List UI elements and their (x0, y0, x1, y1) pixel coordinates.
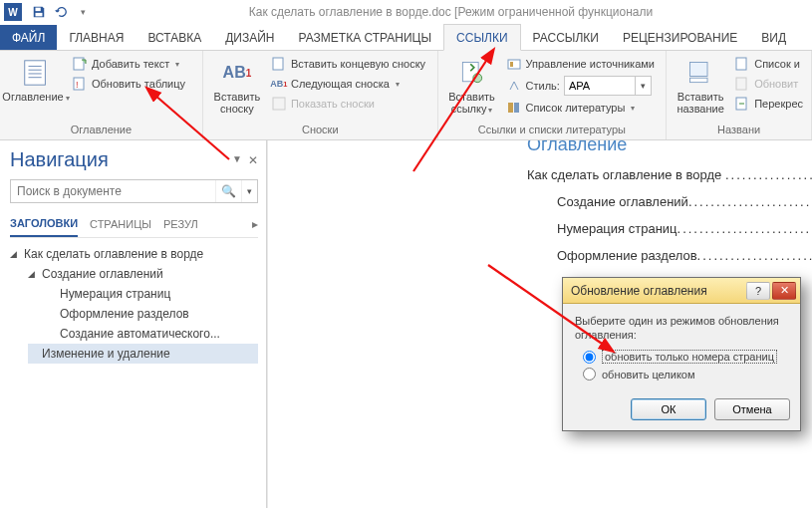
update-tof-label: Обновит (754, 78, 798, 90)
style-label: Стиль: (526, 80, 560, 92)
ribbon: Оглавление▾ Добавить текст▾ ! Обновить т… (0, 51, 812, 140)
nav-tab-headings[interactable]: ЗАГОЛОВКИ (10, 211, 78, 237)
toc-line: Нумерация страниц.......................… (527, 221, 812, 236)
group-captions-label: Названи (673, 122, 805, 139)
svg-rect-2 (25, 61, 46, 85)
update-tof-button[interactable]: Обновит (732, 75, 805, 93)
svg-rect-19 (690, 78, 708, 82)
bibliography-label: Список литературы (526, 102, 626, 114)
insert-tof-button[interactable]: Список и (732, 55, 805, 73)
citation-label: Вставить ссылку▾ (448, 91, 495, 117)
cancel-button[interactable]: Отмена (714, 398, 790, 420)
dialog-buttons: ОК Отмена (563, 390, 800, 430)
search-dropdown-icon[interactable]: ▾ (241, 180, 257, 202)
tab-home[interactable]: ГЛАВНАЯ (57, 25, 135, 50)
bibliography-button[interactable]: Список литературы▾ (504, 99, 657, 117)
toc-line: Оформление разделов.....................… (527, 248, 812, 263)
document-page: Оглавление Как сделать оглавление в ворд… (368, 140, 812, 275)
svg-rect-17 (514, 103, 519, 113)
svg-rect-0 (36, 8, 41, 12)
radio-label: обновить только номера страниц (602, 350, 777, 364)
radio-input[interactable] (583, 351, 596, 364)
tab-file[interactable]: ФАЙЛ (0, 25, 57, 50)
tree-label: Изменение и удаление (42, 347, 170, 361)
insert-citation-button[interactable]: Вставить ссылку▾ (444, 53, 500, 117)
tree-item[interactable]: Нумерация страниц (46, 284, 258, 304)
insert-footnote-button[interactable]: AB1 Вставить сноску (209, 53, 265, 115)
undo-icon[interactable] (50, 1, 72, 23)
toc-label: Оглавление▾ (2, 91, 69, 105)
tree-item[interactable]: Создание автоматического... (46, 324, 258, 344)
insert-endnote-button[interactable]: Вставить концевую сноску (269, 55, 427, 73)
dialog-help-button[interactable]: ? (746, 282, 770, 300)
radio-input[interactable] (583, 368, 596, 381)
tree-item[interactable]: ◢Создание оглавлений (28, 264, 258, 284)
twisty-icon[interactable]: ◢ (10, 249, 20, 259)
search-icon[interactable]: 🔍 (215, 180, 241, 202)
nav-dropdown-icon[interactable]: ▼ (232, 153, 242, 167)
show-notes-label: Показать сноски (291, 98, 375, 110)
citation-style-row: Стиль: ▾ (504, 75, 657, 97)
nav-tabs-more-icon[interactable]: ▸ (252, 217, 258, 231)
svg-text:!: ! (76, 80, 79, 90)
update-toc-button[interactable]: ! Обновить таблицу (70, 75, 187, 93)
ok-button[interactable]: ОК (631, 398, 706, 420)
svg-rect-11 (273, 98, 285, 110)
svg-rect-1 (36, 13, 43, 17)
style-combo[interactable]: ▾ (564, 76, 652, 96)
tree-item[interactable]: Оформление разделов (46, 304, 258, 324)
tab-mailings[interactable]: РАССЫЛКИ (521, 25, 611, 50)
tab-page-layout[interactable]: РАЗМЕТКА СТРАНИЦЫ (287, 25, 444, 50)
group-toc-label: Оглавление (6, 122, 196, 139)
radio-update-entire[interactable]: обновить целиком (583, 368, 788, 381)
group-footnotes-label: Сноски (209, 122, 431, 139)
svg-rect-16 (508, 103, 513, 113)
style-input[interactable] (565, 80, 635, 92)
nav-tab-pages[interactable]: СТРАНИЦЫ (90, 212, 151, 236)
caption-label: Вставить название (677, 91, 724, 115)
dialog-prompt: Выберите один из режимов обновления огла… (575, 314, 788, 342)
toc-line: Как сделать оглавление в ворде .........… (527, 167, 812, 182)
qat-customize-icon[interactable]: ▾ (72, 1, 94, 23)
tree-item-selected[interactable]: Изменение и удаление (28, 344, 258, 364)
style-dropdown-icon[interactable]: ▾ (635, 77, 651, 95)
toc-button[interactable]: Оглавление▾ (6, 53, 66, 105)
add-text-button[interactable]: Добавить текст▾ (70, 55, 187, 73)
next-footnote-button[interactable]: AB1 Следующая сноска▾ (269, 75, 427, 93)
update-toc-dialog: Обновление оглавления ? ✕ Выберите один … (562, 277, 801, 431)
tree-item-root[interactable]: ◢Как сделать оглавление в ворде (10, 244, 258, 264)
twisty-icon[interactable]: ◢ (28, 269, 38, 279)
radio-update-page-numbers[interactable]: обновить только номера страниц (583, 350, 788, 364)
next-footnote-label: Следующая сноска (291, 78, 390, 90)
insert-caption-button[interactable]: Вставить название (673, 53, 728, 115)
tab-view[interactable]: ВИД (749, 25, 798, 50)
document-title: Как сделать оглавление в ворде.doc [Режи… (94, 5, 808, 19)
tab-insert[interactable]: ВСТАВКА (135, 25, 213, 50)
tab-references[interactable]: ССЫЛКИ (443, 24, 520, 51)
dialog-titlebar[interactable]: Обновление оглавления ? ✕ (563, 278, 800, 304)
tof-icon (734, 56, 750, 72)
manage-sources-button[interactable]: Управление источниками (504, 55, 657, 73)
show-notes-button[interactable]: Показать сноски (269, 95, 427, 113)
save-icon[interactable] (28, 1, 50, 23)
cross-reference-button[interactable]: Перекрес (732, 95, 805, 113)
add-text-label: Добавить текст (92, 58, 169, 70)
page-toc-title: Оглавление (527, 140, 812, 155)
footnote-icon: AB1 (221, 57, 253, 89)
nav-close-icon[interactable]: ✕ (248, 153, 258, 167)
nav-search-input[interactable] (11, 180, 215, 202)
ribbon-tabs: ФАЙЛ ГЛАВНАЯ ВСТАВКА ДИЗАЙН РАЗМЕТКА СТР… (0, 24, 812, 51)
tab-review[interactable]: РЕЦЕНЗИРОВАНИЕ (611, 25, 749, 50)
tof-label: Список и (754, 58, 800, 70)
dialog-close-button[interactable]: ✕ (772, 282, 796, 300)
next-footnote-icon: AB1 (271, 76, 287, 92)
manage-sources-label: Управление источниками (526, 58, 655, 70)
nav-search[interactable]: 🔍 ▾ (10, 179, 258, 203)
tab-design[interactable]: ДИЗАЙН (213, 25, 286, 50)
tree-label: Создание оглавлений (42, 267, 163, 281)
tree-label: Как сделать оглавление в ворде (24, 247, 203, 261)
bibliography-icon (506, 100, 522, 116)
update-toc-label: Обновить таблицу (92, 78, 185, 90)
svg-rect-21 (736, 78, 746, 90)
nav-tab-results[interactable]: РЕЗУЛ (163, 212, 198, 236)
